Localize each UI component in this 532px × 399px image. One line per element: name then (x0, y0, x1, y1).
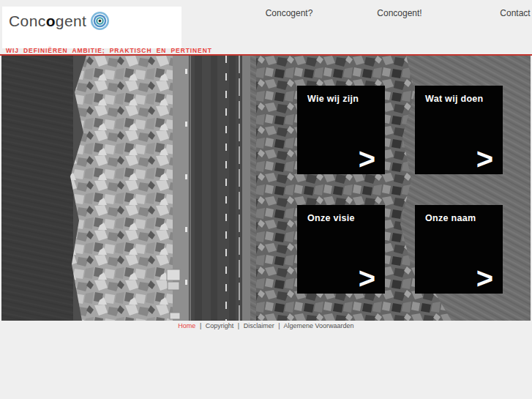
tile-label: Onze naam (425, 213, 476, 223)
nav-concogent-vraag[interactable]: Concogent? (266, 8, 313, 18)
nav-concogent-uitroep[interactable]: Concogent! (377, 8, 422, 18)
tile-label: Onze visie (307, 213, 355, 223)
tile-label: Wat wij doen (425, 94, 484, 104)
chevron-right-icon: > (359, 144, 375, 174)
nav-contact[interactable]: Contact (500, 8, 530, 18)
footer-separator: | (278, 322, 280, 329)
footer-separator: | (200, 322, 201, 329)
logo-box: Concogent (2, 7, 181, 48)
target-icon (91, 12, 109, 30)
logo[interactable]: Concogent (9, 12, 109, 30)
footer-link-algemene-voorwaarden[interactable]: Algemene Voorwaarden (284, 322, 354, 329)
tile-onze-naam[interactable]: Onze naam > (415, 205, 503, 294)
footer-link-home[interactable]: Home (178, 322, 195, 329)
footer-separator: | (238, 322, 239, 329)
chevron-right-icon: > (476, 264, 493, 293)
chevron-right-icon: > (359, 264, 375, 293)
hero-image: Wie wij zijn > Wat wij doen > Onze visie… (1, 56, 531, 321)
chevron-right-icon: > (476, 144, 493, 174)
tile-wat-wij-doen[interactable]: Wat wij doen > (415, 86, 503, 174)
logo-text: Concogent (9, 12, 86, 30)
tile-onze-visie[interactable]: Onze visie > (297, 205, 385, 294)
footer: Home | Copyright | Disclaimer | Algemene… (0, 322, 532, 329)
tile-wie-wij-zijn[interactable]: Wie wij zijn > (297, 86, 385, 174)
concogent-homepage: Concogent Concogent? Concogent! Contact … (0, 0, 532, 399)
footer-link-disclaimer[interactable]: Disclaimer (244, 322, 274, 329)
footer-link-copyright[interactable]: Copyright (206, 322, 234, 329)
tagline: WIJ DEFINIËREN AMBITIE; PRAKTISCH EN PER… (6, 47, 212, 54)
tile-label: Wie wij zijn (307, 94, 359, 104)
